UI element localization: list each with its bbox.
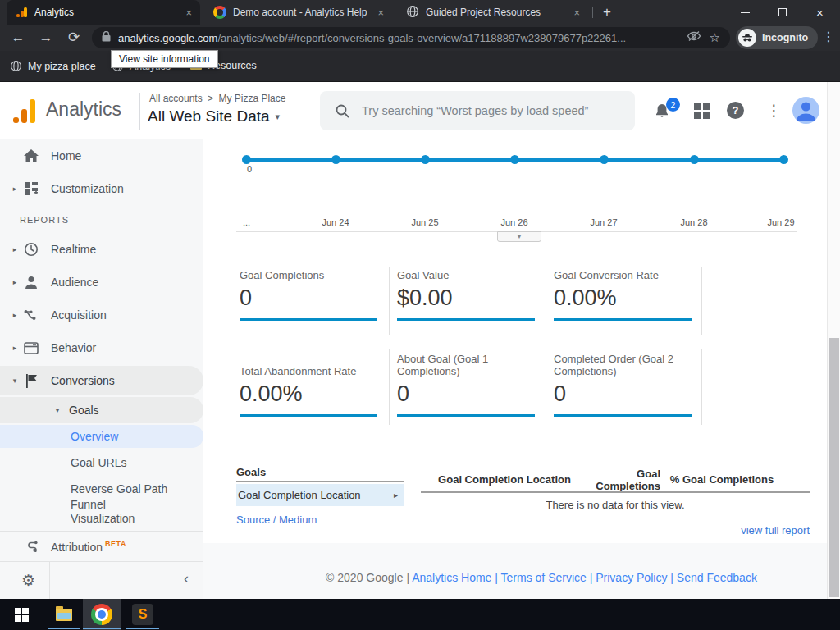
metric-card: Goal Completions 0 (240, 269, 384, 321)
metric-value: 0 (397, 381, 541, 407)
sidebar-item-behavior[interactable]: ▸ Behavior (0, 331, 203, 364)
scrollbar-thumb[interactable] (829, 338, 839, 597)
taskbar-file-explorer[interactable] (46, 599, 82, 630)
page-footer: © 2020 Google | Analytics Home | Terms o… (254, 571, 829, 584)
settings-gear-icon[interactable]: ⚙ (21, 571, 35, 590)
metric-card: About Goal (Goal 1 Completions) 0 (397, 351, 541, 417)
metric-sparkline (397, 318, 535, 321)
header-divider (139, 93, 140, 130)
footer-link-feedback[interactable]: Send Feedback (677, 571, 757, 584)
header-menu-icon[interactable]: ⋮ (766, 101, 782, 120)
goal-completion-location-item[interactable]: Goal Completion Location ▸ (236, 484, 404, 506)
home-icon (23, 148, 39, 164)
globe-favicon-icon (406, 5, 419, 21)
card-divider (546, 349, 546, 425)
metric-label: Goal Conversion Rate (554, 269, 698, 281)
tab-title: Demo account - Analytics Help (233, 7, 371, 18)
sidebar-item-label: Behavior (51, 341, 96, 354)
sidebar-nav: Home ▸ Customization REPORTS ▸ Realtime … (0, 139, 203, 599)
sidebar-item-realtime[interactable]: ▸ Realtime (0, 233, 203, 266)
caret-down-icon: ▾ (276, 112, 281, 122)
sidebar-item-attribution[interactable]: AttributionBETA (0, 532, 203, 560)
attribution-icon (23, 538, 39, 555)
data-point[interactable] (510, 155, 519, 164)
incognito-icon (738, 29, 756, 47)
data-point[interactable] (690, 155, 699, 164)
window-close-button[interactable]: × (801, 0, 838, 25)
tab-guided-project[interactable]: Guided Project Resources × (398, 0, 588, 25)
sidebar-item-audience[interactable]: ▸ Audience (0, 266, 203, 299)
footer-link-terms[interactable]: Terms of Service (501, 571, 587, 584)
browser-menu-button[interactable]: ⋮ (822, 29, 835, 44)
data-point[interactable] (331, 155, 340, 164)
metric-sparkline (240, 318, 377, 321)
notification-count-badge: 2 (666, 98, 680, 112)
property-switcher[interactable]: All Web Site Data ▾ (148, 107, 280, 126)
tab-close-icon[interactable]: × (185, 7, 192, 19)
sublime-text-icon: S (132, 604, 153, 625)
avatar[interactable] (792, 97, 819, 124)
metric-value: $0.00 (397, 285, 541, 311)
sidebar-item-conversions[interactable]: ▾ Conversions (0, 364, 203, 397)
back-button[interactable]: ← (8, 28, 28, 48)
new-tab-button[interactable]: + (597, 2, 617, 22)
clock-icon (23, 241, 39, 258)
metric-sparkline (554, 318, 692, 321)
footer-link-privacy[interactable]: Privacy Policy (596, 571, 667, 584)
analytics-logo-icon[interactable] (13, 98, 38, 123)
page-scrollbar[interactable] (827, 82, 840, 599)
collapse-sidebar-icon[interactable]: ‹ (184, 570, 189, 587)
forward-button[interactable]: → (36, 28, 56, 48)
goals-panel-rule (236, 481, 404, 482)
data-point[interactable] (779, 155, 788, 164)
source-medium-link[interactable]: Source / Medium (236, 514, 317, 526)
property-name: All Web Site Data (148, 107, 270, 126)
data-point[interactable] (600, 155, 609, 164)
breadcrumb-account[interactable]: My Pizza Place (218, 93, 285, 104)
start-button[interactable] (7, 599, 36, 630)
product-name: Analytics (46, 98, 121, 121)
tab-close-icon[interactable]: × (573, 7, 580, 19)
x-tick-label: Jun 28 (661, 217, 727, 227)
footer-link-analytics-home[interactable]: Analytics Home (412, 571, 491, 584)
bookmark-star-icon[interactable]: ☆ (710, 30, 720, 45)
sidebar-divider (0, 531, 203, 532)
window-minimize-button[interactable] (727, 0, 764, 25)
sidebar-item-home[interactable]: Home (0, 139, 203, 172)
axis-expander-button[interactable]: ▼ (497, 231, 541, 242)
data-point[interactable] (242, 155, 251, 164)
search-input[interactable] (362, 104, 608, 117)
help-icon[interactable]: ? (727, 102, 744, 119)
sidebar-item-customization[interactable]: ▸ Customization (0, 172, 203, 205)
sidebar-item-label: Home (51, 149, 81, 162)
sidebar-item-label: Funnel Visualization (71, 498, 157, 526)
bookmark-my-pizza-place[interactable]: My pizza place (10, 60, 96, 72)
sidebar-item-goal-urls[interactable]: Goal URLs (0, 448, 203, 477)
eye-off-icon[interactable] (687, 30, 701, 45)
metric-sparkline (554, 414, 692, 417)
tab-demo-account[interactable]: Demo account - Analytics Help × (205, 0, 392, 25)
chrome-icon (91, 604, 112, 625)
search-bar[interactable] (320, 91, 635, 130)
breadcrumb-all-accounts[interactable]: All accounts (149, 93, 203, 104)
bookmark-label: My pizza place (28, 61, 96, 72)
tab-close-icon[interactable]: × (377, 7, 384, 19)
metric-label: Goal Value (397, 269, 541, 281)
sidebar-item-funnel-visualization[interactable]: Funnel Visualization (0, 492, 203, 532)
view-full-report-link[interactable]: view full report (421, 524, 810, 536)
apps-grid-icon[interactable] (694, 103, 710, 119)
taskbar-sublime[interactable]: S (125, 599, 161, 630)
sidebar-item-acquisition[interactable]: ▸ Acquisition (0, 299, 203, 331)
window-restore-button[interactable] (764, 0, 801, 25)
data-point[interactable] (421, 155, 430, 164)
tab-analytics[interactable]: Analytics × (7, 0, 200, 25)
sidebar-item-label: AttributionBETA (51, 540, 126, 554)
taskbar-chrome[interactable] (83, 599, 121, 630)
reload-button[interactable]: ⟳ (64, 28, 84, 48)
person-icon (23, 274, 39, 290)
sidebar-bottom-bar: ⚙ ‹ (0, 561, 203, 599)
metric-value: 0 (240, 285, 384, 311)
address-bar[interactable]: analytics.google.com /analytics/web/#/re… (92, 27, 730, 48)
tab-title: Analytics (34, 7, 179, 18)
lock-icon[interactable] (102, 30, 111, 45)
